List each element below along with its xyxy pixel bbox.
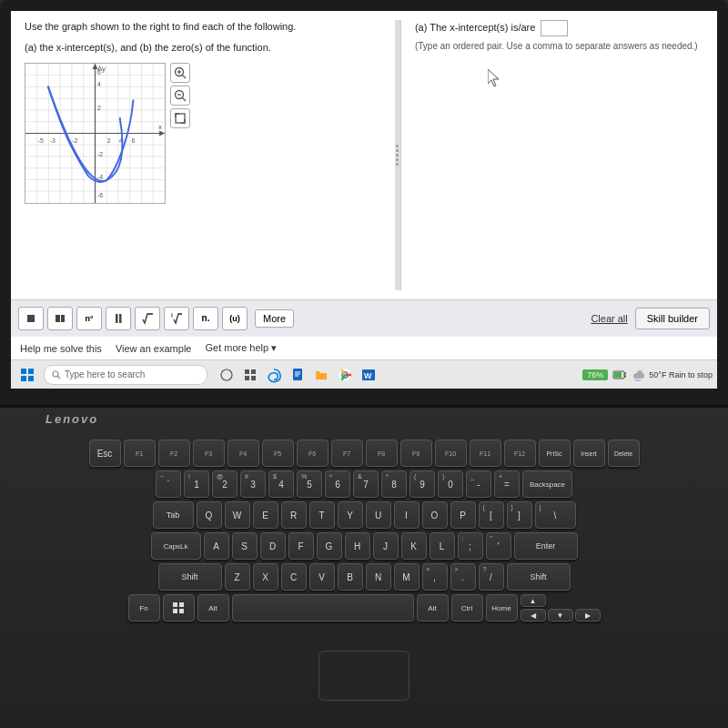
answer-input-a[interactable] xyxy=(541,20,568,36)
key-f3[interactable]: F3 xyxy=(193,440,225,467)
zoom-in-button[interactable] xyxy=(170,63,190,83)
more-button[interactable]: More xyxy=(255,309,294,328)
get-more-help-link[interactable]: Get more help ▾ xyxy=(205,342,277,354)
trackpad[interactable] xyxy=(318,651,410,701)
squares-icon[interactable] xyxy=(240,365,260,385)
key-f[interactable]: F xyxy=(288,532,314,560)
key-f9[interactable]: F9 xyxy=(400,440,432,467)
key-period[interactable]: >. xyxy=(450,563,476,591)
key-p[interactable]: P xyxy=(450,501,476,529)
key-capslock[interactable]: CapsLk xyxy=(151,532,201,560)
key-q[interactable]: Q xyxy=(197,501,222,529)
key-left[interactable]: ◀ xyxy=(521,609,546,622)
key-o[interactable]: O xyxy=(422,501,448,529)
key-minus[interactable]: _- xyxy=(466,470,491,498)
key-l[interactable]: L xyxy=(430,532,455,560)
doc-icon[interactable] xyxy=(288,365,308,385)
key-m[interactable]: M xyxy=(394,563,420,591)
key-home[interactable]: Home xyxy=(486,594,518,622)
key-tab[interactable]: Tab xyxy=(153,501,194,529)
key-backslash[interactable]: |\ xyxy=(535,501,576,529)
key-f2[interactable]: F2 xyxy=(158,440,190,467)
key-z[interactable]: Z xyxy=(225,563,250,591)
key-c[interactable]: C xyxy=(281,563,307,591)
key-i[interactable]: I xyxy=(394,501,420,529)
toolbar-btn-1[interactable] xyxy=(18,307,44,330)
key-7[interactable]: &7 xyxy=(353,470,379,498)
key-x[interactable]: X xyxy=(253,563,278,591)
toolbar-btn-sqrt[interactable] xyxy=(135,307,160,330)
key-e[interactable]: E xyxy=(253,501,278,529)
key-0[interactable]: )0 xyxy=(438,470,463,498)
key-w[interactable]: W xyxy=(225,501,250,529)
key-s[interactable]: S xyxy=(232,532,258,560)
key-down[interactable]: ▼ xyxy=(548,609,573,622)
key-u[interactable]: U xyxy=(366,501,391,529)
key-bracket-l[interactable]: {[ xyxy=(479,501,504,529)
key-d[interactable]: D xyxy=(260,532,286,560)
key-comma[interactable]: <, xyxy=(422,563,448,591)
key-f4[interactable]: F4 xyxy=(228,440,259,467)
key-f10[interactable]: F10 xyxy=(435,440,467,467)
key-enter[interactable]: Enter xyxy=(514,532,578,560)
key-y[interactable]: Y xyxy=(338,501,363,529)
key-alt-right[interactable]: Alt xyxy=(417,594,449,622)
key-win[interactable] xyxy=(163,594,195,622)
toolbar-btn-parens[interactable]: (u) xyxy=(222,307,248,330)
key-t[interactable]: T xyxy=(309,501,335,529)
key-f11[interactable]: F11 xyxy=(470,440,501,467)
key-2[interactable]: @2 xyxy=(212,470,238,498)
key-a[interactable]: A xyxy=(204,532,229,560)
key-insert[interactable]: Insert xyxy=(573,440,605,467)
view-example-link[interactable]: View an example xyxy=(116,343,192,354)
taskbar-search[interactable]: Type here to search xyxy=(44,365,207,385)
key-fn-key[interactable]: Fn xyxy=(128,594,160,622)
key-bracket-r[interactable]: }] xyxy=(507,501,532,529)
task-view-icon[interactable] xyxy=(217,365,237,385)
key-3[interactable]: #3 xyxy=(240,470,266,498)
key-k[interactable]: K xyxy=(401,532,427,560)
key-f6[interactable]: F6 xyxy=(297,440,329,467)
key-slash[interactable]: ?/ xyxy=(479,563,504,591)
key-shift-left[interactable]: Shift xyxy=(158,563,222,591)
key-shift-right[interactable]: Shift xyxy=(507,563,571,591)
key-f12[interactable]: F12 xyxy=(504,440,536,467)
key-equals[interactable]: += xyxy=(494,470,520,498)
key-delete[interactable]: Delete xyxy=(608,440,640,467)
key-f5[interactable]: F5 xyxy=(262,440,294,467)
help-me-solve-link[interactable]: Help me solve this xyxy=(20,343,102,354)
key-alt-left[interactable]: Alt xyxy=(197,594,229,622)
toolbar-btn-3[interactable]: n° xyxy=(76,307,102,330)
key-9[interactable]: (9 xyxy=(410,470,435,498)
key-g[interactable]: G xyxy=(317,532,342,560)
key-tilde[interactable]: ~` xyxy=(156,470,181,498)
key-b[interactable]: B xyxy=(338,563,363,591)
key-5[interactable]: %5 xyxy=(297,470,322,498)
key-j[interactable]: J xyxy=(373,532,399,560)
key-4[interactable]: $4 xyxy=(268,470,294,498)
key-semicolon[interactable]: :; xyxy=(458,532,483,560)
key-6[interactable]: ^6 xyxy=(325,470,350,498)
key-v[interactable]: V xyxy=(309,563,335,591)
key-ctrl-right[interactable]: Ctrl xyxy=(451,594,483,622)
key-prtsc[interactable]: PrtSc xyxy=(539,440,571,467)
key-1[interactable]: !1 xyxy=(184,470,209,498)
toolbar-btn-4[interactable] xyxy=(106,307,131,330)
expand-button[interactable] xyxy=(170,108,190,128)
key-h[interactable]: H xyxy=(345,532,370,560)
key-right[interactable]: ▶ xyxy=(575,609,601,622)
key-f7[interactable]: F7 xyxy=(331,440,363,467)
key-quote[interactable]: "' xyxy=(486,532,511,560)
key-n[interactable]: N xyxy=(366,563,391,591)
zoom-out-button[interactable] xyxy=(170,86,190,106)
key-f1[interactable]: F1 xyxy=(124,440,156,467)
key-backspace[interactable]: Backspace xyxy=(522,470,572,498)
key-r[interactable]: R xyxy=(281,501,307,529)
word-icon[interactable]: W xyxy=(359,365,379,385)
toolbar-btn-dot[interactable]: n. xyxy=(193,307,218,330)
key-f8[interactable]: F8 xyxy=(366,440,398,467)
key-8[interactable]: *8 xyxy=(381,470,407,498)
key-esc[interactable]: Esc xyxy=(89,440,121,467)
file-icon[interactable] xyxy=(311,365,331,385)
clear-all-button[interactable]: Clear all xyxy=(591,313,627,324)
